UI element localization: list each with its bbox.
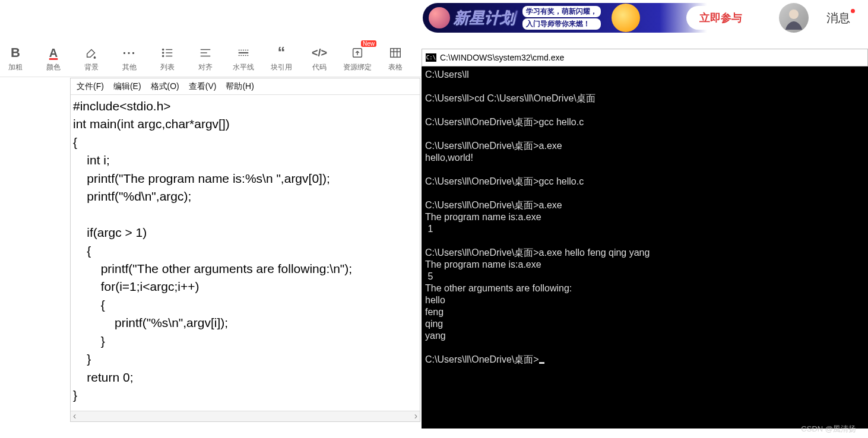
toolbar-label: 背景: [84, 62, 99, 72]
notepad-window: 文件(F)编辑(E)格式(O)查看(V)帮助(H) #include<stdio…: [70, 78, 420, 422]
menu-item-0[interactable]: 文件(F): [77, 81, 104, 92]
toolbar-label: 资源绑定: [343, 62, 372, 72]
quote-icon: “: [278, 46, 286, 60]
cmd-window: C:\ C:\WINDOWS\system32\cmd.exe C:\Users…: [422, 49, 868, 429]
toolbar-label: 加粗: [8, 62, 23, 72]
horizontal-scrollbar[interactable]: [71, 411, 420, 421]
misc-icon: ···: [123, 46, 137, 60]
banner-title: 新星计划: [454, 8, 515, 28]
code-content[interactable]: #include<stdio.h> int main(int argc,char…: [71, 95, 420, 404]
cmd-title-text: C:\WINDOWS\system32\cmd.exe: [440, 53, 564, 62]
cmd-output[interactable]: C:\Users\ll C:\Users\ll>cd C:\Users\ll\O…: [422, 66, 868, 368]
avatar[interactable]: [779, 3, 809, 33]
watermark: CSDN @風清扬: [801, 424, 856, 434]
toolbar-resource-button[interactable]: 资源绑定New: [342, 43, 373, 76]
svg-point-6: [163, 55, 164, 56]
messages-link[interactable]: 消息: [826, 10, 850, 26]
color-icon: A: [49, 46, 58, 60]
toolbar-label: 颜色: [46, 62, 61, 72]
toolbar-bg-button[interactable]: 背景: [76, 43, 107, 76]
banner-subtitle: 学习有奖，萌新闪耀， 入门导师带你来燃！: [522, 6, 601, 30]
banner-cta-button[interactable]: 立即参与: [686, 6, 755, 30]
promo-banner[interactable]: 新星计划 学习有奖，萌新闪耀， 入门导师带你来燃！ 立即参与: [423, 3, 761, 33]
svg-point-4: [163, 49, 164, 50]
hr-icon: [237, 46, 250, 60]
toolbar-color-button[interactable]: A颜色: [38, 43, 69, 76]
sun-icon: [612, 4, 640, 32]
toolbar-label: 块引用: [271, 62, 292, 72]
svg-point-0: [789, 9, 799, 19]
table-icon: [389, 46, 402, 60]
toolbar-code-button[interactable]: </>代码: [304, 43, 335, 76]
svg-rect-14: [391, 49, 401, 58]
planet-icon: [429, 7, 450, 28]
toolbar-misc-button[interactable]: ···其他: [114, 43, 145, 76]
menu-item-1[interactable]: 编辑(E): [113, 81, 141, 92]
svg-point-5: [163, 52, 164, 53]
toolbar-label: 对齐: [198, 62, 213, 72]
toolbar-label: 其他: [122, 62, 137, 72]
bg-icon: [85, 46, 98, 60]
list-icon: [161, 46, 174, 60]
toolbar-label: 表格: [388, 62, 403, 72]
toolbar-bold-button[interactable]: B加粗: [0, 43, 31, 76]
cursor-icon: [539, 362, 544, 364]
cmd-titlebar[interactable]: C:\ C:\WINDOWS\system32\cmd.exe: [422, 49, 868, 66]
toolbar-label: 列表: [160, 62, 175, 72]
toolbar-label: 代码: [312, 62, 327, 72]
cmd-icon: C:\: [426, 53, 436, 62]
notepad-menubar: 文件(F)编辑(E)格式(O)查看(V)帮助(H): [71, 78, 420, 95]
toolbar-list-button[interactable]: 列表: [152, 43, 183, 76]
bold-icon: B: [11, 46, 20, 60]
toolbar-hr-button[interactable]: 水平线: [228, 43, 259, 76]
toolbar-align-button[interactable]: 对齐: [190, 43, 221, 76]
align-icon: [199, 46, 212, 60]
new-badge: New: [361, 40, 376, 47]
menu-item-2[interactable]: 格式(O): [151, 81, 179, 92]
toolbar-quote-button[interactable]: “块引用: [266, 43, 297, 76]
menu-item-4[interactable]: 帮助(H): [226, 81, 254, 92]
code-icon: </>: [312, 46, 327, 60]
toolbar-table-button[interactable]: 表格: [380, 43, 411, 76]
menu-item-3[interactable]: 查看(V): [189, 81, 217, 92]
resource-icon: [351, 46, 364, 60]
toolbar-label: 水平线: [233, 62, 254, 72]
